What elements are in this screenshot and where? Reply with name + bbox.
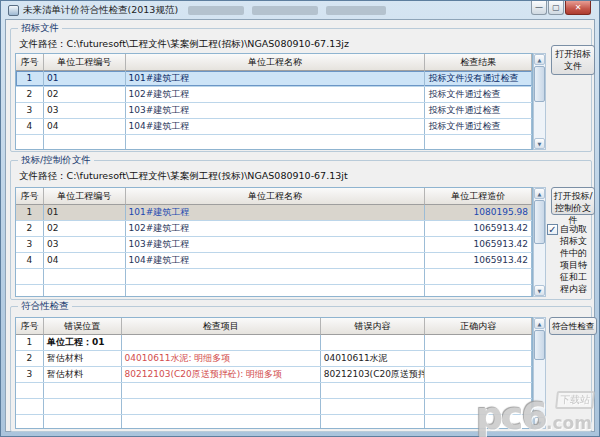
check-table-header: 序号 错误位置 检查项目 错误内容 正确内容 [16,318,532,335]
cell-name: 101#建筑工程 [126,71,426,86]
cell-error-content: 04010611水泥 [321,351,426,366]
scroll-up-icon[interactable]: ▲ [534,188,545,199]
table-row[interactable]: 3 暂估材料 80212103(C20原送预拌砼): 明细多项 80212103… [16,367,532,383]
column-header[interactable]: 单位工程编号 [44,54,126,71]
close-button[interactable]: ✕ [565,1,591,15]
column-header[interactable]: 单位工程名称 [126,188,426,205]
cell-correct-content [425,367,532,382]
watermark-suffix: .com [546,413,592,433]
bid-file-path: 文件路径：C:\futuresoft\工程文件\某案例工程(投标)\NGAS08… [19,170,348,183]
client-area: 招标文件 文件路径：C:\futuresoft\工程文件\某案例工程(招标)\N… [5,19,595,432]
cell-name: 103#建筑工程 [126,237,426,252]
cell-seq: 1 [16,335,44,350]
column-header[interactable]: 检查项目 [122,318,321,335]
column-header[interactable]: 序号 [16,188,44,205]
app-icon [8,5,19,16]
cell-error-content [321,335,426,350]
cell-cost: 1065913.42 [425,221,532,236]
window-controls: — ▢ ✕ [531,1,591,15]
scrollbar-thumb[interactable] [534,330,545,360]
cell-check-item: 80212103(C20原送预拌砼): 明细多项 [122,367,321,382]
cell-code: 04 [44,253,126,268]
cell-result: 投标文件通过检查 [425,87,532,102]
cell-seq: 3 [16,367,44,382]
table-row[interactable]: 1 01 101#建筑工程 1080195.98 [16,205,532,221]
column-header[interactable]: 错误位置 [44,318,122,335]
cell-name: 103#建筑工程 [126,103,426,118]
scroll-down-icon[interactable]: ▼ [534,138,545,149]
column-header[interactable]: 正确内容 [425,318,532,335]
bid-table-scrollbar[interactable]: ▲ ▼ [533,187,546,297]
scroll-up-icon[interactable]: ▲ [534,318,545,329]
cell-seq: 4 [16,253,44,268]
maximize-button[interactable]: ▢ [548,1,564,15]
column-header[interactable]: 单位工程名称 [126,54,426,71]
redacted-text [326,6,386,15]
group-tender-file: 招标文件 文件路径：C:\futuresoft\工程文件\某案例工程(招标)\N… [10,28,592,152]
cell-code: 02 [44,221,126,236]
cell-result: 投标文件通过检查 [425,103,532,118]
cell-name: 104#建筑工程 [126,253,426,268]
titlebar[interactable]: 未来清单计价符合性检查(2013规范) [2,1,598,19]
path-value: C:\futuresoft\工程文件\某案例工程(投标)\NGAS080910-… [67,170,348,181]
scroll-up-icon[interactable]: ▲ [534,54,545,65]
tender-table-header: 序号 单位工程编号 单位工程名称 检查结果 [16,54,532,71]
redacted-text [188,6,244,15]
cell-code: 02 [44,87,126,102]
scrollbar-thumb[interactable] [534,200,545,244]
column-header[interactable]: 检查结果 [425,54,532,71]
scrollbar-thumb[interactable] [534,66,545,102]
minimize-button[interactable]: — [531,1,547,15]
cell-error-location: 单位工程：01 [44,335,122,350]
cell-seq: 4 [16,119,44,134]
cell-name: 101#建筑工程 [126,205,426,220]
cell-correct-content [425,335,532,350]
column-header[interactable]: 错误内容 [321,318,426,335]
tender-table-scrollbar[interactable]: ▲ ▼ [533,53,546,150]
cell-seq: 2 [16,87,44,102]
path-label: 文件路径： [19,38,67,49]
column-header[interactable]: 单位工程造价 [425,188,532,205]
checkbox-check-icon[interactable]: ✓ [547,224,558,235]
cell-seq: 2 [16,221,44,236]
checkbox-label: 自动取招标文件中的项目特征和工程内容 [560,223,595,295]
group-bid-label: 投标/控制价文件 [18,154,94,167]
cell-code: 04 [44,119,126,134]
cell-name: 102#建筑工程 [126,87,426,102]
cell-name: 104#建筑工程 [126,119,426,134]
cell-seq: 3 [16,237,44,252]
group-bid-file: 投标/控制价文件 文件路径：C:\futuresoft\工程文件\某案例工程(投… [10,160,592,300]
table-row[interactable]: 2 02 102#建筑工程 1065913.42 [16,221,532,237]
cell-seq: 1 [16,205,44,220]
table-row[interactable]: 4 04 104#建筑工程 1065913.42 [16,253,532,269]
table-row[interactable]: 3 03 103#建筑工程 投标文件通过检查 [16,103,532,119]
cell-name: 102#建筑工程 [126,221,426,236]
cell-cost: 1080195.98 [425,205,532,220]
cell-code: 03 [44,103,126,118]
tender-file-path: 文件路径：C:\futuresoft\工程文件\某案例工程(招标)\NGAS08… [19,38,349,51]
path-value: C:\futuresoft\工程文件\某案例工程(招标)\NGAS080910-… [67,38,349,49]
column-header[interactable]: 序号 [16,318,44,335]
table-row[interactable]: 1 单位工程：01 [16,335,532,351]
table-row[interactable]: 2 暂估材料 04010611水泥: 明细多项 04010611水泥 [16,351,532,367]
table-row[interactable]: 1 01 101#建筑工程 投标文件没有通过检查 [16,71,532,87]
table-row-empty [16,383,532,399]
scroll-down-icon[interactable]: ▼ [534,285,545,296]
bid-table-header: 序号 单位工程编号 单位工程名称 单位工程造价 [16,188,532,205]
table-row[interactable]: 2 02 102#建筑工程 投标文件通过检查 [16,87,532,103]
compliance-check-button[interactable]: 符合性检查 [549,317,597,335]
app-window: 未来清单计价符合性检查(2013规范) — ▢ ✕ 招标文件 文件路径：C:\f… [0,0,600,437]
column-header[interactable]: 单位工程编号 [44,188,126,205]
group-check-label: 符合性检查 [18,300,72,313]
table-row[interactable]: 4 04 104#建筑工程 投标文件通过检查 [16,119,532,135]
cell-code: 01 [44,205,126,220]
auto-feature-checkbox[interactable]: ✓ 自动取招标文件中的项目特征和工程内容 [547,223,595,295]
column-header[interactable]: 序号 [16,54,44,71]
path-label: 文件路径： [19,170,67,181]
tender-table: 序号 单位工程编号 单位工程名称 检查结果 1 01 101#建筑工程 投标文件… [15,53,533,150]
pc6-watermark: pc6 .com 下载站 [476,399,592,433]
table-row[interactable]: 3 03 103#建筑工程 1065913.42 [16,237,532,253]
cell-code: 03 [44,237,126,252]
open-bid-file-button[interactable]: 打开投标/控制价文件 [551,187,595,215]
open-tender-file-button[interactable]: 打开招标文件 [551,45,595,75]
